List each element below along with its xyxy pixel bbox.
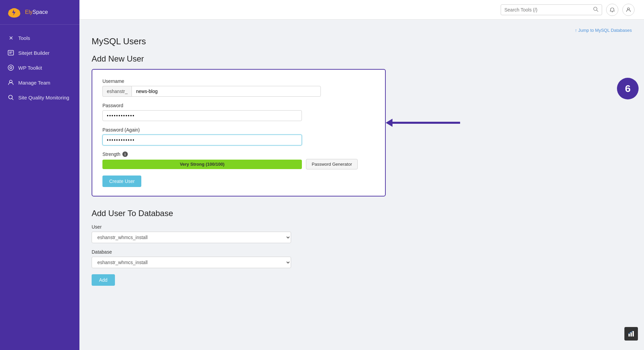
svg-point-9 (10, 67, 12, 69)
jump-link-text[interactable]: ↑ Jump to MySQL Databases (575, 28, 632, 33)
sidebar-item-label-tools: Tools (18, 35, 30, 41)
svg-rect-7 (9, 53, 11, 54)
sidebar-item-manage-team[interactable]: Manage Team (0, 75, 79, 90)
site-quality-icon (7, 94, 14, 101)
svg-line-12 (12, 98, 13, 100)
database-label-text: Database (92, 249, 112, 255)
password-again-label-text: Password (Again) (102, 127, 140, 133)
svg-point-8 (8, 65, 14, 70)
page-title: MySQL Users (92, 36, 632, 47)
user-select-group: User eshanstr_whmcs_install eshanstr_new… (92, 224, 386, 243)
strength-bar: Very Strong (100/100) (102, 160, 302, 169)
content: ↑ Jump to MySQL Databases MySQL Users 6 … (79, 20, 644, 294)
svg-rect-5 (8, 50, 14, 55)
username-label-text: Username (102, 78, 124, 84)
strength-label-text: Strength (102, 151, 120, 157)
svg-line-14 (597, 10, 598, 11)
search-wrap[interactable] (501, 4, 602, 15)
sitejet-icon (7, 49, 14, 56)
sidebar-item-label-manage-team: Manage Team (18, 80, 50, 86)
user-label-text: User (92, 224, 102, 230)
svg-point-16 (627, 8, 629, 10)
strength-value-text: Very Strong (100/100) (180, 162, 224, 167)
logo: ElySpace (0, 0, 79, 25)
sidebar: ElySpace ✕ Tools Sitejet Builder WP Tool… (0, 0, 79, 350)
password-again-input[interactable] (102, 135, 302, 145)
username-row: eshanstr_ (102, 86, 375, 97)
logo-ely: Ely (25, 9, 32, 15)
password-label-text: Password (102, 103, 123, 108)
notifications-button[interactable] (606, 4, 618, 16)
badge-6: 6 (617, 78, 639, 99)
svg-rect-6 (9, 52, 13, 52)
password-input[interactable] (102, 110, 302, 121)
add-new-user-form: Username eshanstr_ Password (92, 69, 386, 196)
strength-bar-fill: Very Strong (100/100) (102, 160, 302, 169)
user-account-button[interactable] (622, 4, 635, 16)
logo-space: Space (32, 9, 48, 15)
strength-label: Strength i (102, 151, 375, 157)
sidebar-item-label-site-quality: Site Quality Monitoring (18, 95, 69, 100)
password-generator-button[interactable]: Password Generator (306, 159, 358, 169)
sidebar-item-tools[interactable]: ✕ Tools (0, 31, 79, 45)
tools-icon: ✕ (7, 34, 14, 41)
search-input[interactable] (504, 7, 593, 13)
username-label: Username (102, 78, 375, 84)
sidebar-item-sitejet[interactable]: Sitejet Builder (0, 46, 79, 60)
password-group: Password (102, 103, 375, 121)
wp-icon (7, 64, 14, 71)
logo-text: ElySpace (25, 9, 48, 15)
strength-group: Strength i Very Strong (100/100) Passwor… (102, 151, 375, 169)
arrow-indicator (386, 122, 460, 124)
main: ↑ Jump to MySQL Databases MySQL Users 6 … (79, 0, 644, 350)
strength-row: Very Strong (100/100) Password Generator (102, 159, 375, 169)
search-button[interactable] (593, 6, 598, 13)
svg-point-15 (612, 11, 613, 12)
sidebar-item-wptoolkit[interactable]: WP Toolkit (0, 61, 79, 75)
sidebar-item-label-sitejet: Sitejet Builder (18, 50, 50, 56)
username-prefix: eshanstr_ (102, 86, 132, 97)
float-chart-button[interactable] (624, 327, 638, 341)
add-user-section: Add User To Database User eshanstr_whmcs… (92, 209, 386, 286)
username-group: Username eshanstr_ (102, 78, 375, 97)
sidebar-nav: ✕ Tools Sitejet Builder WP Toolkit Manag… (0, 25, 79, 111)
database-select-label: Database (92, 249, 386, 255)
sidebar-item-site-quality[interactable]: Site Quality Monitoring (0, 90, 79, 104)
create-user-row: Create User (102, 176, 375, 187)
database-select-group: Database eshanstr_whmcs_install eshanstr… (92, 249, 386, 268)
topbar (79, 0, 644, 20)
create-user-button[interactable]: Create User (102, 176, 141, 187)
svg-rect-19 (633, 331, 634, 336)
add-new-user-title: Add New User (92, 54, 632, 64)
svg-rect-17 (628, 334, 630, 336)
sidebar-item-label-wptoolkit: WP Toolkit (18, 65, 42, 71)
password-again-group: Password (Again) (102, 127, 375, 145)
badge-number-text: 6 (625, 83, 631, 94)
strength-info-icon[interactable]: i (122, 151, 128, 157)
user-select-label: User (92, 224, 386, 230)
username-input[interactable] (132, 86, 321, 97)
password-again-label: Password (Again) (102, 127, 375, 133)
database-select[interactable]: eshanstr_whmcs_install eshanstr_news_blo… (92, 257, 291, 268)
manage-team-icon (7, 79, 14, 86)
add-user-title: Add User To Database (92, 209, 386, 218)
jump-to-mysql[interactable]: ↑ Jump to MySQL Databases (92, 28, 632, 33)
user-select[interactable]: eshanstr_whmcs_install eshanstr_news_blo… (92, 232, 291, 243)
svg-rect-18 (630, 332, 632, 336)
password-label: Password (102, 103, 375, 108)
add-button[interactable]: Add (92, 274, 115, 286)
